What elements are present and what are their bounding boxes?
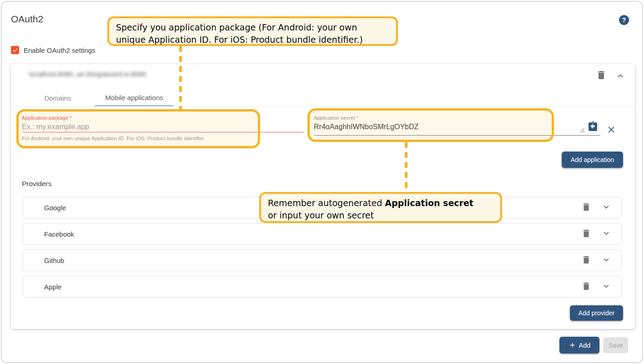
expand-provider-button[interactable] (601, 255, 611, 266)
tab-domains[interactable]: Domains (33, 89, 82, 106)
delete-domain-button[interactable] (596, 70, 607, 82)
expand-provider-button[interactable] (601, 228, 611, 240)
trash-icon (596, 70, 607, 81)
trash-icon (581, 255, 591, 265)
chevron-down-icon (601, 281, 611, 291)
remove-application-button[interactable] (606, 125, 616, 136)
callout-application-secret: Remember autogenerated Application secre… (259, 192, 502, 223)
provider-row-github[interactable]: Github (23, 249, 622, 271)
callout-secret-prefix: Remember autogenerated (268, 198, 385, 208)
callout-application-package: Specify you application package (For And… (107, 16, 398, 46)
chevron-down-icon (601, 255, 611, 265)
tab-mobile-applications[interactable]: Mobile applications (95, 89, 173, 106)
copy-secret-button[interactable] (587, 121, 599, 134)
tabs-divider (11, 106, 635, 106)
trash-icon (581, 202, 591, 212)
application-package-label: Application package * (22, 115, 72, 121)
delete-provider-button[interactable] (581, 281, 591, 293)
enable-oauth2-row: Enable OAuth2 settings (11, 46, 96, 54)
help-icon[interactable] (619, 15, 629, 25)
application-secret-input[interactable] (314, 122, 591, 132)
callout-secret-bold: Application secret (385, 198, 473, 208)
checkmark-icon (12, 47, 18, 53)
oauth2-settings-page: OAuth2 Enable OAuth2 settings localhost:… (0, 0, 644, 364)
trash-icon (581, 228, 591, 238)
provider-row-facebook[interactable]: Facebook (23, 223, 622, 245)
enable-oauth2-checkbox[interactable] (11, 46, 19, 54)
callout-dashed-connector-2 (405, 142, 408, 192)
enable-oauth2-label: Enable OAuth2 settings (24, 46, 96, 54)
chevron-down-icon (601, 202, 611, 212)
application-secret-label: Application secret * (314, 115, 358, 121)
close-icon (606, 125, 616, 135)
application-secret-underline (314, 135, 600, 136)
add-domain-label: Add (579, 342, 591, 349)
delete-provider-button[interactable] (581, 202, 591, 213)
provider-label: Facebook (44, 230, 74, 238)
add-provider-button[interactable]: Add provider (570, 305, 623, 321)
providers-heading: Providers (22, 180, 51, 188)
trash-icon (581, 281, 591, 291)
add-application-button[interactable]: Add application (562, 152, 623, 168)
domain-card-title-blurred: localhost:8080, pe.thingsboard.io:8080 (29, 70, 146, 78)
callout-secret-line2: or input your own secret (268, 209, 493, 222)
chevron-down-icon (601, 228, 611, 238)
provider-row-apple[interactable]: Apple (23, 276, 622, 298)
delete-provider-button[interactable] (581, 228, 591, 240)
delete-provider-button[interactable] (581, 255, 591, 266)
clipboard-return-icon (587, 121, 599, 132)
resize-handle-icon[interactable] (579, 127, 585, 133)
provider-label: Google (44, 204, 66, 212)
application-package-underline-error (22, 132, 304, 132)
provider-label: Github (44, 257, 64, 264)
expand-provider-button[interactable] (601, 202, 611, 213)
application-package-hint: For Android: your own unique Application… (22, 136, 205, 141)
plus-icon (569, 341, 576, 349)
callout-dashed-connector-1 (179, 46, 182, 109)
application-package-input[interactable] (22, 122, 295, 132)
save-button[interactable]: Save (603, 337, 628, 353)
expand-provider-button[interactable] (601, 281, 611, 293)
collapse-domain-button[interactable] (615, 71, 626, 83)
page-title: OAuth2 (11, 14, 43, 25)
provider-label: Apple (44, 283, 61, 291)
add-domain-button[interactable]: Add (559, 337, 599, 354)
chevron-up-icon (615, 71, 626, 81)
